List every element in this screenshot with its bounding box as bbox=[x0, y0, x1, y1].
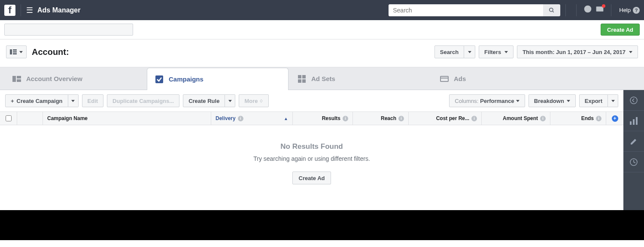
status-header[interactable] bbox=[17, 112, 43, 125]
amount-spent-header[interactable]: Amount Spenti bbox=[482, 112, 550, 125]
table-header: Campaign Name Delivery i ▲ Resultsi Reac… bbox=[0, 111, 623, 125]
empty-subtitle: Try searching again or using different f… bbox=[0, 155, 623, 162]
caret-down-icon bbox=[629, 51, 632, 53]
tab-account-overview[interactable]: Account Overview bbox=[4, 67, 146, 90]
svg-rect-9 bbox=[17, 76, 21, 78]
create-campaign-button[interactable]: +Create Campaign bbox=[5, 94, 68, 107]
hamburger-icon[interactable]: ☰ bbox=[26, 6, 33, 15]
svg-rect-6 bbox=[13, 51, 17, 53]
svg-rect-14 bbox=[298, 79, 301, 83]
info-icon: i bbox=[471, 116, 477, 121]
account-title: Account: bbox=[32, 47, 69, 57]
select-all-header bbox=[0, 112, 17, 125]
ads-icon bbox=[440, 75, 449, 83]
tabs-area: Account Overview Campaigns Ad Sets Ads bbox=[0, 67, 644, 90]
svg-line-1 bbox=[553, 11, 554, 12]
sort-asc-icon: ▲ bbox=[284, 116, 288, 121]
tab-ads[interactable]: Ads bbox=[432, 67, 574, 90]
svg-rect-13 bbox=[302, 75, 306, 78]
create-rule-caret[interactable] bbox=[225, 94, 235, 107]
subheader: Create Ad bbox=[0, 20, 644, 39]
svg-rect-8 bbox=[12, 76, 16, 82]
main-area: +Create Campaign Edit Duplicate Campaign… bbox=[0, 90, 644, 210]
breakdown-dropdown[interactable]: Breakdown bbox=[529, 94, 576, 107]
divider bbox=[576, 4, 577, 16]
select-all-checkbox[interactable] bbox=[6, 115, 12, 121]
rail-edit-icon[interactable] bbox=[623, 131, 644, 152]
top-navbar: f ☰ Ads Manager Help ? bbox=[0, 0, 644, 20]
svg-rect-19 bbox=[630, 121, 632, 125]
svg-point-18 bbox=[630, 97, 637, 104]
create-campaign-caret[interactable] bbox=[68, 94, 79, 107]
notifications-icon[interactable] bbox=[595, 5, 604, 15]
empty-title: No Results Found bbox=[0, 142, 623, 151]
filters-button[interactable]: Filters bbox=[479, 45, 513, 58]
sort-icon: ♢ bbox=[259, 99, 263, 103]
search-dropdown-button[interactable]: Search bbox=[434, 45, 464, 58]
rail-history-icon[interactable] bbox=[623, 152, 644, 172]
tab-campaigns[interactable]: Campaigns bbox=[147, 68, 289, 90]
nav-icons: Help ? bbox=[571, 4, 640, 16]
search-button[interactable] bbox=[543, 4, 560, 16]
delivery-header[interactable]: Delivery i ▲ bbox=[211, 112, 293, 125]
svg-rect-12 bbox=[298, 75, 301, 78]
date-range-button[interactable]: This month: Jun 1, 2017 – Jun 24, 2017 bbox=[517, 45, 638, 58]
divider bbox=[21, 4, 21, 16]
divider bbox=[611, 4, 611, 16]
notification-dot bbox=[602, 4, 605, 8]
globe-icon[interactable] bbox=[583, 5, 592, 15]
create-rule-button[interactable]: Create Rule bbox=[183, 94, 225, 107]
more-button[interactable]: More ♢ bbox=[239, 94, 269, 107]
adsets-icon bbox=[298, 75, 306, 83]
plus-icon: + bbox=[612, 115, 618, 122]
help-link[interactable]: Help ? bbox=[619, 7, 640, 14]
results-header[interactable]: Resultsi bbox=[293, 112, 353, 125]
content-panel: +Create Campaign Edit Duplicate Campaign… bbox=[0, 90, 623, 210]
overview-icon bbox=[12, 75, 21, 83]
search-button-group: Search bbox=[434, 45, 475, 58]
account-toolbar: Account: Search Filters This month: Jun … bbox=[0, 39, 644, 67]
campaign-name-header[interactable]: Campaign Name bbox=[43, 112, 211, 125]
create-rule-group: Create Rule bbox=[183, 94, 235, 107]
info-icon: i bbox=[540, 116, 546, 121]
tab-bar: Account Overview Campaigns Ad Sets Ads bbox=[0, 67, 644, 90]
export-group: Export bbox=[579, 94, 618, 107]
empty-state: No Results Found Try searching again or … bbox=[0, 125, 623, 210]
duplicate-campaigns-button[interactable]: Duplicate Campaigns... bbox=[107, 94, 179, 107]
svg-point-2 bbox=[584, 6, 592, 13]
view-switcher[interactable] bbox=[6, 45, 27, 58]
bottom-area bbox=[0, 210, 644, 240]
help-icon: ? bbox=[633, 7, 640, 14]
export-button[interactable]: Export bbox=[579, 94, 608, 107]
create-campaign-group: +Create Campaign bbox=[5, 94, 79, 107]
create-ad-button[interactable]: Create Ad bbox=[601, 24, 640, 36]
ends-header[interactable]: Endsi bbox=[550, 112, 606, 125]
caret-down-icon bbox=[567, 100, 570, 102]
search-caret[interactable] bbox=[464, 45, 475, 58]
columns-dropdown[interactable]: Columns: Performance bbox=[449, 94, 525, 107]
rail-collapse-icon[interactable] bbox=[623, 90, 644, 111]
caret-down-icon bbox=[504, 51, 508, 53]
right-rail bbox=[623, 90, 644, 210]
info-icon: i bbox=[596, 116, 601, 121]
svg-rect-11 bbox=[155, 75, 163, 83]
export-caret[interactable] bbox=[608, 94, 618, 107]
info-icon: i bbox=[398, 116, 404, 121]
svg-rect-7 bbox=[13, 53, 17, 54]
info-icon: i bbox=[238, 116, 243, 121]
action-bar: +Create Campaign Edit Duplicate Campaign… bbox=[0, 90, 623, 111]
reach-header[interactable]: Reachi bbox=[353, 112, 409, 125]
rail-chart-icon[interactable] bbox=[623, 111, 644, 131]
tab-adsets[interactable]: Ad Sets bbox=[289, 67, 431, 90]
svg-rect-4 bbox=[10, 49, 12, 54]
edit-button[interactable]: Edit bbox=[82, 94, 104, 107]
svg-rect-16 bbox=[440, 76, 448, 81]
empty-create-ad-button[interactable]: Create Ad bbox=[292, 172, 331, 184]
account-selector-placeholder[interactable] bbox=[4, 24, 133, 36]
facebook-logo[interactable]: f bbox=[4, 5, 15, 16]
info-icon: i bbox=[343, 116, 348, 121]
search-input[interactable] bbox=[389, 4, 543, 16]
svg-point-0 bbox=[550, 8, 553, 11]
cost-header[interactable]: Cost per Re...i bbox=[409, 112, 482, 125]
add-column-header[interactable]: + bbox=[606, 112, 623, 125]
